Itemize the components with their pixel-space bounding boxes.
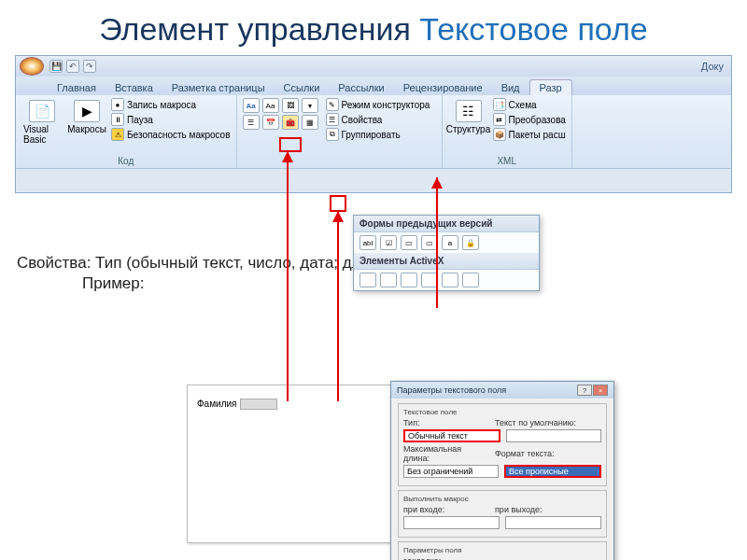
tab-developer[interactable]: Разр — [529, 79, 572, 95]
legacy-dropdown[interactable]: ▭ — [401, 235, 417, 250]
bookmark-label: закладка: — [403, 556, 489, 560]
activex-1[interactable] — [359, 273, 376, 287]
plaintext-control[interactable]: Aa — [262, 98, 279, 113]
on-exit-label: при выходе: — [495, 505, 581, 514]
structure-icon: ☷ — [456, 100, 482, 122]
macro-security-button[interactable]: ⚠Безопасность макросов — [111, 128, 231, 141]
group-button[interactable]: ⧉Группировать — [326, 128, 430, 141]
pause-macro-button[interactable]: ⏸Пауза — [111, 113, 231, 126]
tab-pagelayout[interactable]: Разметка страницы — [162, 80, 275, 95]
help-button[interactable]: ? — [577, 385, 592, 396]
activex-3[interactable] — [401, 273, 417, 287]
dropdown-control[interactable]: ☰ — [243, 115, 260, 130]
tab-references[interactable]: Ссылки — [275, 80, 330, 95]
default-text-input[interactable] — [506, 429, 601, 442]
legacy-reset[interactable]: 🔒 — [462, 235, 479, 250]
on-enter-label: при входе: — [403, 505, 489, 514]
undo-button[interactable]: ↶ — [66, 60, 79, 73]
record-icon: ● — [111, 98, 124, 111]
ribbon: 📄 Visual Basic ▶ Макросы ●Запись макроса… — [16, 95, 731, 168]
svg-rect-1 — [331, 196, 345, 211]
transform-button[interactable]: ⇄Преобразова — [493, 113, 566, 126]
legacy-tools-dropdown: Формы предыдущих версий abl ☑ ▭ ▭ a 🔒 Эл… — [353, 215, 540, 291]
tab-review[interactable]: Рецензирование — [394, 80, 492, 95]
packages-label: Пакеты расш — [509, 130, 566, 140]
design-icon: ✎ — [326, 98, 339, 111]
legacy-text-field[interactable]: abl — [359, 235, 376, 250]
record-macro-button[interactable]: ●Запись макроса — [111, 98, 231, 111]
fs-macro-label: Выполнить макрос — [403, 495, 601, 503]
type-value: Обычный текст — [408, 431, 468, 441]
group-cmd-label: Группировать — [342, 130, 401, 140]
group-icon: ⧉ — [326, 128, 339, 141]
activex-4[interactable] — [421, 273, 438, 287]
activex-2[interactable] — [380, 273, 397, 287]
default-label: Текст по умолчанию: — [495, 418, 581, 427]
transform-label: Преобразова — [509, 115, 566, 125]
schema-label: Схема — [509, 100, 537, 110]
legacy-tools-button[interactable]: 🧰 — [282, 115, 299, 130]
properties-button[interactable]: ☰Свойства — [326, 113, 430, 126]
office-button[interactable] — [20, 57, 44, 76]
pause-icon: ⏸ — [111, 113, 124, 126]
type-select[interactable]: Обычный текст — [403, 429, 500, 442]
maxlen-input[interactable]: Без ограничений — [403, 465, 499, 478]
legacy-frame[interactable]: ▭ — [421, 235, 438, 250]
pause-label: Пауза — [127, 115, 153, 125]
tab-mailings[interactable]: Рассылки — [329, 80, 393, 95]
slide-title-accent: Текстовое поле — [419, 11, 647, 47]
text-field-options-dialog: Параметры текстового поля ? × Текстовое … — [390, 381, 614, 560]
text-form-field[interactable] — [240, 399, 277, 410]
visual-basic-label: Visual Basic — [23, 124, 61, 145]
ruler-area — [16, 168, 731, 192]
structure-button[interactable]: ☷ Структура — [448, 98, 489, 136]
fs-field-label: Параметры поля — [403, 546, 601, 554]
type-label: Тип: — [403, 418, 489, 427]
design-mode-button[interactable]: ✎Режим конструктора — [326, 98, 430, 111]
date-control[interactable]: 📅 — [262, 115, 279, 130]
close-button[interactable]: × — [593, 385, 608, 396]
group-code-label: Код — [21, 156, 231, 166]
macros-button[interactable]: ▶ Макросы — [66, 98, 107, 136]
title-text: Доку — [701, 61, 727, 72]
on-exit-select[interactable] — [505, 516, 601, 529]
maxlen-label: Максимальная длина: — [403, 444, 489, 463]
schema-button[interactable]: 📑Схема — [493, 98, 566, 111]
save-button[interactable]: 💾 — [49, 60, 63, 73]
legacy-checkbox[interactable]: ☑ — [380, 235, 397, 250]
format-label: Формат текста: — [495, 449, 581, 458]
packages-button[interactable]: 📦Пакеты расш — [493, 128, 566, 141]
document-area: Фамилия — [187, 385, 392, 543]
dialog-title-text: Параметры текстового поля — [397, 385, 506, 395]
macros-label: Макросы — [67, 124, 106, 134]
quick-access-toolbar: 💾 ↶ ↷ — [49, 60, 96, 73]
dialog-body: Текстовое поле Тип: Текст по умолчанию: … — [391, 399, 613, 560]
legacy-shading[interactable]: a — [442, 235, 458, 250]
tab-view[interactable]: Вид — [492, 80, 529, 95]
transform-icon: ⇄ — [493, 113, 506, 126]
on-enter-select[interactable] — [403, 516, 500, 529]
picture-control[interactable]: 🖼 — [282, 98, 299, 113]
activex-6[interactable] — [462, 273, 479, 287]
richtext-control[interactable]: Aa — [243, 98, 260, 113]
fieldset-field: Параметры поля закладка: ТекстовоеПоле1 … — [398, 541, 607, 560]
tab-insert[interactable]: Вставка — [106, 80, 162, 95]
format-value: Все прописные — [509, 467, 569, 476]
group-controls: Aa Aa 🖼 ▾ ☰ 📅 🧰 ▦ ✎Режим конструктора ☰С… — [237, 95, 443, 168]
tab-home[interactable]: Главная — [48, 80, 106, 95]
field-label: Фамилия — [197, 399, 236, 409]
visual-basic-button[interactable]: 📄 Visual Basic — [21, 98, 63, 147]
ribbon-tabs: Главная Вставка Разметка страницы Ссылки… — [16, 77, 731, 95]
design-mode-label: Режим конструктора — [342, 100, 430, 110]
format-select[interactable]: Все прописные — [504, 465, 601, 478]
activex-5[interactable] — [442, 273, 458, 287]
record-label: Запись макроса — [127, 100, 196, 110]
document-page: Фамилия — [187, 385, 392, 543]
warning-icon: ⚠ — [111, 128, 124, 141]
fs-textfield-label: Текстовое поле — [403, 408, 601, 416]
schema-icon: 📑 — [493, 98, 506, 111]
redo-button[interactable]: ↷ — [83, 60, 96, 73]
combo-control[interactable]: ▾ — [302, 98, 318, 113]
legacy-header: Формы предыдущих версий — [354, 216, 539, 232]
buildingblock-control[interactable]: ▦ — [302, 115, 318, 130]
